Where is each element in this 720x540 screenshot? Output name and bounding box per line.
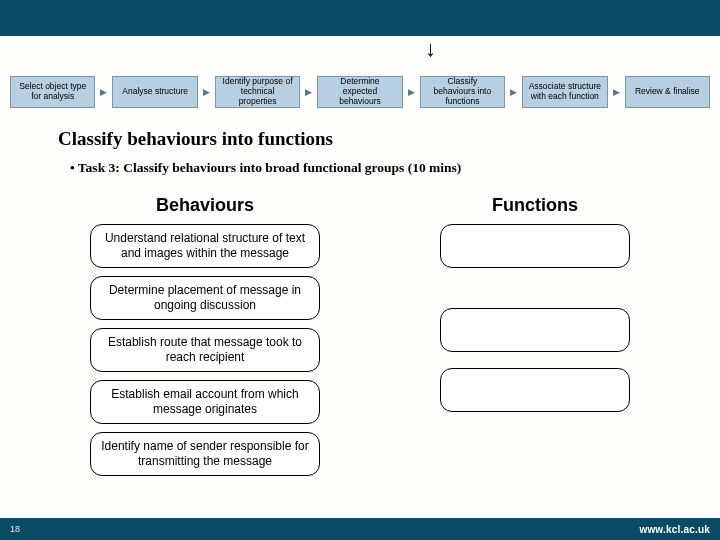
behaviours-header: Behaviours [156, 195, 254, 216]
flow-step: Associate structure with each function [522, 76, 607, 108]
process-flow: Select object type for analysis ▶ Analys… [10, 76, 710, 108]
columns-container: Behaviours Understand relational structu… [0, 195, 720, 484]
functions-stack [440, 224, 630, 428]
down-arrow-icon: ↓ [425, 36, 436, 62]
chevron-right-icon: ▶ [612, 87, 621, 97]
functions-header: Functions [492, 195, 578, 216]
behaviour-box: Establish email account from which messa… [90, 380, 320, 424]
function-box-empty [440, 308, 630, 352]
behaviours-column: Behaviours Understand relational structu… [90, 195, 320, 484]
chevron-right-icon: ▶ [304, 87, 313, 97]
behaviour-box: Identify name of sender responsible for … [90, 432, 320, 476]
page-number: 18 [10, 524, 20, 534]
behaviour-box: Understand relational structure of text … [90, 224, 320, 268]
behaviour-box: Determine placement of message in ongoin… [90, 276, 320, 320]
chevron-right-icon: ▶ [509, 87, 518, 97]
flow-step: Review & finalise [625, 76, 710, 108]
footer-url: www.kcl.ac.uk [639, 524, 710, 535]
flow-step: Select object type for analysis [10, 76, 95, 108]
header-band [0, 0, 720, 36]
chevron-right-icon: ▶ [407, 87, 416, 97]
task-bullet: • Task 3: Classify behaviours into broad… [70, 160, 461, 176]
function-box-empty [440, 224, 630, 268]
flow-step: Determine expected behaviours [317, 76, 402, 108]
flow-step: Analyse structure [112, 76, 197, 108]
slide-title: Classify behaviours into functions [58, 128, 333, 150]
chevron-right-icon: ▶ [202, 87, 211, 97]
behaviour-box: Establish route that message took to rea… [90, 328, 320, 372]
function-box-empty [440, 368, 630, 412]
flow-step: Identify purpose of technical properties [215, 76, 300, 108]
chevron-right-icon: ▶ [99, 87, 108, 97]
functions-column: Functions [440, 195, 630, 484]
footer-band: 18 www.kcl.ac.uk [0, 518, 720, 540]
flow-step: Classify behaviours into functions [420, 76, 505, 108]
